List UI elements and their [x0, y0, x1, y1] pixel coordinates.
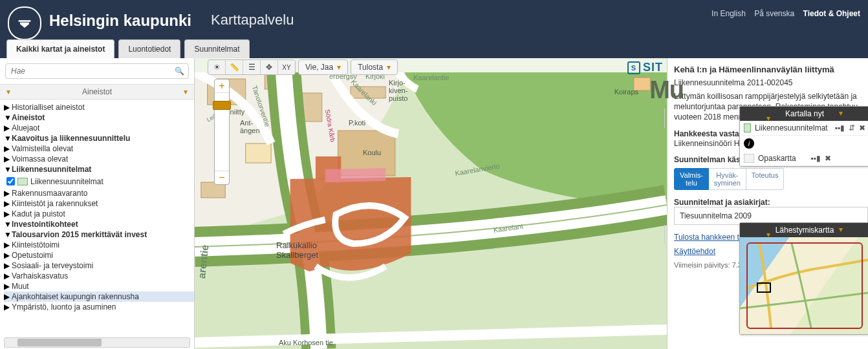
tree-kadut[interactable]: Kadut ja puistot [12, 209, 65, 218]
tree-rakennusmaa[interactable]: Rakennusmaavaranto [12, 189, 87, 198]
tree-talous[interactable]: Talousarvion 2015 merkittävät invest [12, 230, 147, 239]
vendor-brand: S SIT [627, 61, 663, 74]
tree-liikenne[interactable]: Liikennesuunnitelmat [12, 165, 91, 174]
layer-tree[interactable]: ▶Historialliset aineistot ▼Aineistot ▶Al… [0, 100, 194, 349]
search-icon[interactable]: 🔍 [175, 67, 184, 76]
tree-ymp[interactable]: Ympäristö, luonto ja asuminen [12, 302, 116, 312]
remove-layer-icon[interactable]: ✖ [825, 154, 831, 163]
info-help[interactable]: Tiedot & Ohjeet [803, 9, 860, 18]
tree-voimassa[interactable]: Voimassa olevat [12, 154, 68, 164]
stage-approval[interactable]: Hyväk- syminen [709, 168, 746, 190]
chevron-down-icon[interactable]: ▾ [177, 87, 194, 96]
tool-list-icon[interactable]: ☰ [243, 60, 261, 74]
search-input[interactable] [10, 66, 175, 76]
zoom-handle[interactable] [213, 101, 231, 110]
vendor-logo-icon: S [627, 61, 640, 74]
datasets-panel-header: ▾ Aineistot ▾ [0, 84, 194, 100]
tree-scrollbar[interactable] [4, 337, 190, 348]
tree-aluejaot[interactable]: Aluejaot [12, 123, 39, 132]
info-icon[interactable]: i [744, 138, 754, 149]
stage-preparation[interactable]: Valmis- telu [674, 168, 709, 190]
tree-aineistot[interactable]: Aineistot [12, 113, 45, 122]
tool-xy-icon[interactable]: XY [278, 60, 295, 74]
tree-varh[interactable]: Varhaiskasvatus [12, 271, 68, 280]
stage-execution[interactable]: Toteutus [746, 168, 785, 190]
plan-number: Liikennesuunnitelma 2011-002045 [674, 78, 868, 87]
tree-ajank[interactable]: Ajankohtaiset kaupungin rakennusha [12, 292, 139, 301]
left-sidebar: 🔍 ▾ Aineistot ▾ ▶Historialliset aineisto… [0, 58, 195, 349]
layer-liikenne[interactable]: Liikennesuunnitelmat [30, 177, 103, 186]
tab-nature[interactable]: Luontotiedot [118, 39, 180, 58]
app-header: Helsingin kaupunki Karttapalvelu In Engl… [0, 0, 868, 58]
app-title: Karttapalvelu [211, 12, 294, 28]
tab-all-maps[interactable]: Kaikki kartat ja aineistot [6, 39, 114, 58]
locator-map-panel: ▾Lähestymiskartta▾ [739, 222, 868, 335]
layers-now-panel: ▾Kartalla nyt▾ Liikennesuunnitelmat ▪▪▮ … [739, 106, 868, 167]
zoom-slider[interactable] [215, 93, 229, 171]
tree-opetus[interactable]: Opetustoimi [12, 251, 53, 260]
tab-plans[interactable]: Suunnitelmat [184, 39, 249, 58]
tree-historical[interactable]: Historialliset aineistot [12, 103, 85, 112]
chevron-down-icon[interactable]: ▾ [664, 109, 865, 128]
language-links: In English På svenska Tiedot & Ohjeet [705, 9, 860, 18]
terms-link[interactable]: Käyttöehdot [674, 247, 715, 256]
print-dropdown[interactable]: Tulosta▾ [351, 59, 398, 75]
tool-measure-icon[interactable]: 📏 [226, 60, 243, 74]
datasets-title: Aineistot [17, 87, 177, 96]
docs-label: Suunnitelmat ja asiakirjat: [674, 198, 868, 207]
zoom-control: + − [214, 79, 230, 185]
tree-invest[interactable]: Investointikohteet [12, 220, 78, 229]
zoom-in-button[interactable]: + [215, 79, 229, 93]
export-share-dropdown[interactable]: Vie, Jaa▾ [298, 59, 348, 75]
zoom-out-button[interactable]: − [215, 171, 229, 184]
city-crest-icon [8, 6, 41, 40]
layer-swatch-icon [17, 178, 28, 185]
tree-kiint[interactable]: Kiinteistötoimi [12, 240, 60, 249]
search-box: 🔍 [5, 63, 189, 79]
viewport-rect-icon[interactable] [757, 282, 771, 293]
map-canvas[interactable]: Kaarelanvierto Kaarelant Tanotorventie K… [195, 72, 667, 349]
tree-kaavoitus[interactable]: Kaavoitus ja liikennesuunnittelu [12, 134, 130, 143]
layer-checkbox-liikenne[interactable] [6, 177, 15, 185]
lang-sv[interactable]: På svenska [754, 9, 794, 18]
chevron-down-icon[interactable]: ▾ [0, 87, 17, 96]
tree-kiinteistot[interactable]: Kiinteistöt ja rakennukset [12, 199, 98, 208]
tool-move-icon[interactable]: ✥ [261, 60, 278, 74]
svg-rect-5 [246, 143, 271, 163]
lang-en[interactable]: In English [711, 9, 746, 18]
layer-swatch-icon [744, 154, 754, 163]
map-toolbar: ☀ 📏 ☰ ✥ XY Vie, Jaa▾ Tulosta▾ [208, 59, 398, 75]
locator-map[interactable] [740, 237, 868, 334]
svg-rect-8 [634, 78, 651, 90]
tree-valmisteilla[interactable]: Valmisteilla olevat [12, 144, 73, 153]
tool-brightness-icon[interactable]: ☀ [208, 60, 226, 74]
map-area[interactable]: ☀ 📏 ☰ ✥ XY Vie, Jaa▾ Tulosta▾ S SIT [195, 58, 667, 349]
opacity-bars-icon[interactable]: ▪▪▮ [800, 154, 821, 163]
layer-row-opaskartta[interactable]: Opaskartta [758, 154, 796, 163]
tree-sos[interactable]: Sosiaali- ja terveystoimi [12, 261, 93, 270]
tree-muut[interactable]: Muut [12, 282, 29, 291]
phase-stages: Valmis- telu Hyväk- syminen Toteutus [674, 168, 868, 190]
city-name: Helsingin kaupunki [49, 12, 191, 30]
project-title: Kehä I:n ja Hämeenlinnanväylän liittymä [674, 65, 868, 74]
main-tabs: Kaikki kartat ja aineistot Luontotiedot … [6, 39, 250, 58]
